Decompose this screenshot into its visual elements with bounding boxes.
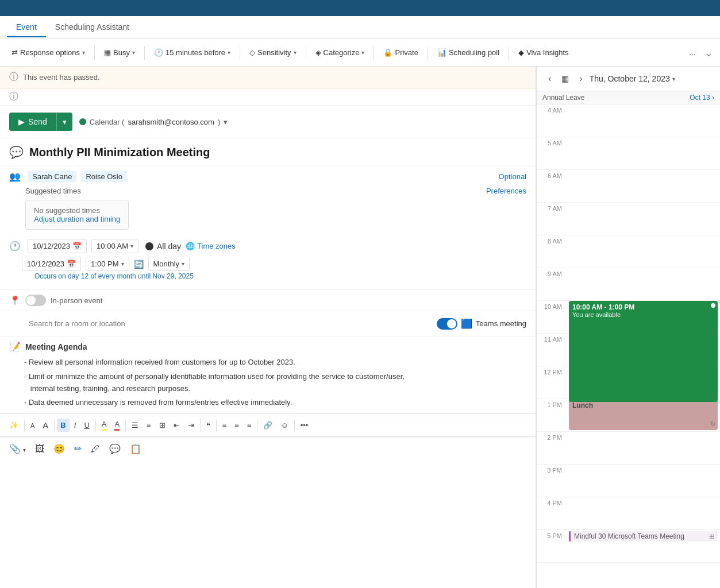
- cal-next-btn[interactable]: ›: [576, 72, 586, 85]
- magic-format-btn[interactable]: ✨: [6, 419, 22, 432]
- event-title[interactable]: Monthly PII Minimization Meeting: [29, 146, 210, 159]
- send-dropdown-btn[interactable]: ▾: [56, 113, 72, 131]
- more-format-btn[interactable]: •••: [297, 419, 312, 432]
- fmt-sep-7: [257, 420, 257, 431]
- reminder-btn[interactable]: 🕐 15 minutes before ▾: [149, 46, 235, 59]
- sensitivity-icon: ◇: [249, 48, 255, 57]
- italic-btn[interactable]: I: [71, 419, 80, 432]
- annual-leave-label: Annual Leave: [542, 94, 584, 102]
- link-btn[interactable]: 🔗: [260, 419, 276, 432]
- align-center-btn[interactable]: ≡: [219, 419, 230, 432]
- optional-link[interactable]: Optional: [499, 172, 526, 181]
- tab-event[interactable]: Event: [7, 18, 46, 37]
- time-content-2pm: [567, 432, 720, 464]
- start-time-select[interactable]: 10:00 AM ▾: [91, 239, 138, 253]
- time-grid: 4 AM 5 AM 6 AM 7 AM: [537, 105, 720, 563]
- highlight-btn[interactable]: ✏: [71, 441, 85, 457]
- toolbar-sep-1: [94, 46, 95, 60]
- time-slot-4am: 4 AM: [537, 105, 720, 137]
- align-right-btn[interactable]: ≡: [231, 419, 242, 432]
- cal-chevron-icon: ▾: [672, 76, 675, 82]
- main-event-block[interactable]: 10:00 AM - 1:00 PM You are available: [569, 301, 718, 402]
- pen-btn[interactable]: 🖊: [87, 442, 103, 457]
- event-dot: [711, 303, 715, 308]
- allday-indicator: [145, 242, 153, 250]
- quote-btn[interactable]: ❝: [203, 419, 214, 432]
- scheduling-poll-btn[interactable]: 📊 Scheduling poll: [433, 46, 504, 59]
- fmt-sep-5: [200, 420, 201, 431]
- time-content-4pm: [567, 497, 720, 529]
- private-btn[interactable]: 🔒 Private: [379, 46, 422, 59]
- image-btn[interactable]: 🖼: [32, 442, 48, 457]
- time-slot-3pm: 3 PM: [537, 465, 720, 497]
- clock-icon: 🕐: [154, 48, 163, 57]
- send-button[interactable]: ▶ Send: [9, 113, 56, 131]
- font-size-increase-btn[interactable]: A: [39, 418, 52, 432]
- time-label-9am: 9 AM: [537, 268, 567, 280]
- preferences-link[interactable]: Preferences: [486, 187, 526, 195]
- time-slot-6am: 6 AM: [537, 170, 720, 203]
- cal-date-title[interactable]: Thu, October 12, 2023 ▾: [590, 74, 675, 83]
- mindful-event-block[interactable]: Mindful 30 Microsoft Teams Meeting ⊞: [569, 531, 718, 541]
- attendee-chip-0[interactable]: Sarah Cane: [28, 171, 76, 182]
- font-color-btn[interactable]: A: [111, 417, 123, 433]
- align-justify-btn[interactable]: ≡: [244, 419, 255, 432]
- suggested-times-box: No suggested times Adjust duration and t…: [25, 200, 129, 230]
- location-icon: 📍: [9, 295, 21, 306]
- calendar-expand-icon[interactable]: ▾: [224, 118, 228, 126]
- time-content-10am: 10:00 AM - 1:00 PM You are available: [567, 301, 720, 333]
- expand-btn[interactable]: ⌄: [704, 47, 713, 59]
- calendar-body: 4 AM 5 AM 6 AM 7 AM: [537, 105, 720, 588]
- more-btn[interactable]: ...: [684, 46, 700, 59]
- location-search-input[interactable]: [23, 316, 432, 331]
- recurrence-note[interactable]: Occurs on day 12 of every month until No…: [9, 271, 526, 285]
- agenda-content[interactable]: - Review all personal information receiv…: [9, 357, 526, 409]
- forms-btn[interactable]: 📋: [126, 441, 145, 457]
- indent-decrease-btn[interactable]: ⇤: [170, 419, 183, 432]
- response-options-btn[interactable]: ⇄ Response options ▾: [7, 46, 90, 59]
- busy-btn[interactable]: ▦ Busy ▾: [99, 46, 140, 59]
- teams-meeting-toggle[interactable]: [437, 318, 457, 330]
- event-block-title: 10:00 AM - 1:00 PM: [572, 303, 714, 311]
- poll-icon: 📊: [437, 48, 446, 57]
- recurrence-select[interactable]: Monthly ▾: [148, 257, 190, 271]
- lunch-event-block[interactable]: Lunch ↻: [569, 399, 718, 430]
- timezone-button[interactable]: 🌐 Time zones: [186, 242, 236, 250]
- cal-grid-btn[interactable]: ▦: [558, 73, 572, 84]
- annual-leave-date[interactable]: Oct 13 ›: [690, 94, 714, 102]
- bold-btn[interactable]: B: [57, 419, 69, 432]
- inperson-toggle[interactable]: [25, 295, 46, 306]
- align-left-btn[interactable]: ☰: [128, 419, 142, 432]
- start-date-input[interactable]: 10/12/2023 📅: [28, 239, 87, 253]
- categorize-btn[interactable]: ◈ Categorize ▾: [311, 46, 369, 59]
- attendee-chip-1[interactable]: Roise Oslo: [81, 171, 127, 182]
- toolbar-sep-5: [374, 46, 374, 60]
- response-options-icon: ⇄: [11, 48, 18, 57]
- sensitivity-btn[interactable]: ◇ Sensitivity ▾: [245, 46, 301, 59]
- chevron-down-icon-2: ▾: [132, 49, 135, 56]
- emoji-btn[interactable]: ☺: [277, 419, 291, 432]
- viva-insights-btn[interactable]: ◆ Viva Insights: [514, 46, 573, 59]
- mindful-title: Mindful 30 Microsoft Teams Meeting: [574, 532, 684, 540]
- calendar-email: sarahsmith@contoso.com: [128, 118, 214, 126]
- cal-prev-btn[interactable]: ‹: [545, 72, 555, 85]
- indent-increase-btn[interactable]: ⇥: [184, 419, 198, 432]
- adjust-link[interactable]: Adjust duration and timing: [34, 215, 120, 223]
- agenda-header: 📝 Meeting Agenda: [9, 341, 526, 352]
- chevron-down-icon-4: ▾: [294, 49, 297, 56]
- underline-btn[interactable]: U: [80, 419, 93, 432]
- highlight-color-btn[interactable]: A: [98, 417, 110, 433]
- datetime-section: 🕐 10/12/2023 📅 10:00 AM ▾ All day 🌐 Time…: [0, 234, 536, 290]
- emoji-insert-btn[interactable]: 😊: [50, 441, 68, 457]
- chevron-down-icon-3: ▾: [228, 49, 230, 56]
- annual-leave-banner: Annual Leave Oct 13 ›: [537, 91, 720, 105]
- sticker-btn[interactable]: 💬: [106, 441, 124, 457]
- bullet-list-btn[interactable]: ≡: [143, 419, 155, 432]
- end-date-input[interactable]: 10/12/2023 📅: [22, 257, 81, 271]
- font-size-decrease-btn[interactable]: A: [27, 420, 38, 431]
- tab-scheduling-assistant[interactable]: Scheduling Assistant: [46, 18, 138, 37]
- calendar-suffix: ): [218, 118, 220, 126]
- numbered-list-btn[interactable]: ⊞: [156, 419, 169, 432]
- end-time-select[interactable]: 1:00 PM ▾: [86, 257, 129, 271]
- attach-btn[interactable]: 📎 ▾: [6, 441, 29, 457]
